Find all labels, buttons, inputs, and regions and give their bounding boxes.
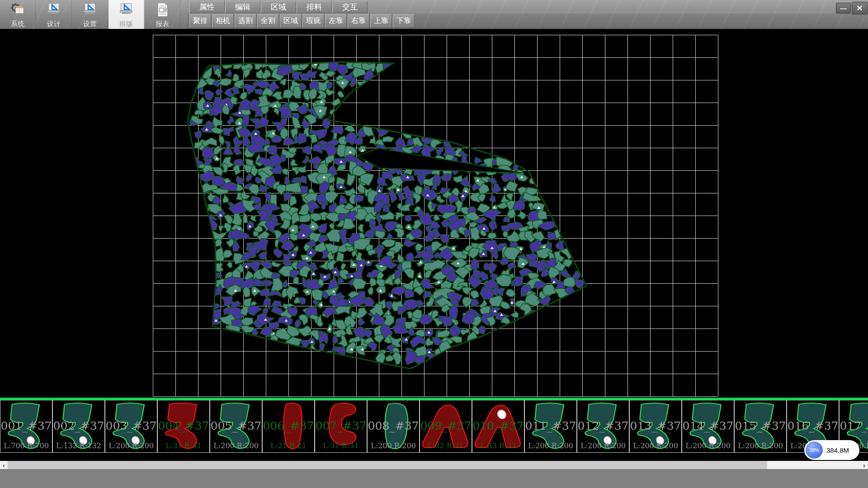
piece-shape	[420, 401, 471, 452]
menu-tab-edit[interactable]: 编辑	[225, 1, 260, 13]
piece-shape	[368, 401, 419, 452]
piece-shape	[735, 401, 786, 452]
minimize-button[interactable]: —	[836, 3, 851, 14]
piece-thumbnail-strip: 001_#37L:700 R:700002_#37L:132 R:132003_…	[0, 398, 868, 461]
main-nav-report[interactable]: 报表	[145, 0, 180, 29]
piece-thumbnail[interactable]: 005_#37L:200 R:200	[210, 400, 262, 453]
nesting-canvas[interactable]	[0, 29, 868, 398]
main-nav-label: 设计	[47, 20, 61, 28]
tool-button-cut-all[interactable]: 全割	[257, 14, 279, 28]
main-nav-design[interactable]: 设计	[36, 0, 72, 29]
top-toolbar: 系统设计设置排版报表 属性编辑区域排料交互 聚排相机选割全割区域瑕疵左靠右靠上靠…	[0, 0, 868, 29]
main-nav-label: 报表	[156, 20, 169, 28]
menu-tab-row: 属性编辑区域排料交互	[189, 1, 368, 13]
main-nav-settings[interactable]: 设置	[72, 0, 108, 29]
tool-button-align-left[interactable]: 左靠	[325, 14, 347, 28]
scrollbar-thumb[interactable]	[8, 461, 767, 469]
piece-shape	[525, 401, 576, 452]
piece-thumbnail[interactable]: 001_#37L:700 R:700	[0, 400, 52, 453]
main-nav-label: 排版	[119, 20, 133, 28]
piece-thumbnail[interactable]: 009_#37L:32 R:31	[420, 400, 472, 453]
menu-tab-interact[interactable]: 交互	[332, 1, 368, 13]
bottom-status-bar	[0, 469, 868, 488]
tool-button-align-bottom[interactable]: 下靠	[393, 14, 415, 28]
piece-thumbnail[interactable]: 007_#37L:31 R:31	[315, 400, 367, 453]
horizontal-scrollbar[interactable]: ‹ ›	[0, 461, 868, 469]
tool-button-camera[interactable]: 相机	[212, 14, 234, 28]
piece-thumbnail[interactable]: 015_#37L:200 R:200	[734, 400, 787, 453]
piece-shape	[263, 401, 314, 452]
settings-ruler-icon	[82, 2, 98, 20]
tool-button-row: 聚排相机选割全割区域瑕疵左靠右靠上靠下靠	[189, 14, 415, 28]
piece-thumbnail[interactable]: 004_#37L:31 R:31	[157, 400, 210, 453]
menu-tab-properties[interactable]: 属性	[189, 1, 225, 13]
piece-thumbnail[interactable]: 008_#37L:200 R:200	[367, 400, 420, 453]
piece-thumbnail[interactable]: 012_#37L:200 R:200	[577, 400, 629, 453]
close-button[interactable]: ✕	[852, 2, 868, 14]
piece-thumbnail[interactable]: 003_#37L:200 R:200	[105, 400, 157, 453]
scroll-left-arrow[interactable]: ‹	[0, 461, 8, 469]
system-gear-icon	[10, 2, 25, 20]
piece-shape	[630, 401, 681, 452]
design-ruler-icon	[46, 2, 61, 20]
piece-shape	[106, 401, 156, 452]
piece-shape	[158, 401, 209, 452]
piece-thumbnail[interactable]: 013_#37L:200 R:200	[629, 400, 682, 453]
tool-button-align-top[interactable]: 上靠	[370, 14, 392, 28]
tool-button-align-right[interactable]: 右靠	[348, 14, 369, 28]
piece-shape	[683, 401, 733, 452]
nesting-ruler-icon	[118, 2, 134, 20]
report-doc-icon	[155, 2, 170, 20]
tool-button-cluster-nest[interactable]: 聚排	[189, 14, 211, 28]
piece-shape	[316, 401, 366, 452]
piece-thumbnail[interactable]: 002_#37L:132 R:132	[52, 400, 105, 453]
tool-button-select-cut[interactable]: 选割	[235, 14, 256, 28]
piece-shape	[211, 401, 261, 452]
piece-thumbnail[interactable]: 006_#37L:21 R:21	[262, 400, 315, 453]
memory-usage-label: 384.8M	[826, 446, 849, 454]
progress-circle: 38%	[806, 441, 823, 459]
main-nav-nesting[interactable]: 排版	[108, 0, 144, 29]
piece-thumbnail[interactable]: 010_#37L:33 R:33	[472, 400, 524, 453]
tool-button-region[interactable]: 区域	[280, 14, 302, 28]
app-window: 系统设计设置排版报表 属性编辑区域排料交互 聚排相机选割全割区域瑕疵左靠右靠上靠…	[0, 0, 868, 488]
menu-tab-region[interactable]: 区域	[261, 1, 296, 13]
piece-shape	[1, 401, 52, 452]
main-nav-label: 系统	[11, 20, 24, 28]
piece-thumbnail[interactable]: 014_#37L:200 R:200	[682, 400, 734, 453]
menu-tab-nest[interactable]: 排料	[297, 1, 332, 13]
memory-status-badge: 38% 384.8M	[804, 440, 859, 460]
piece-shape	[578, 401, 628, 452]
tool-button-defect[interactable]: 瑕疵	[302, 14, 324, 28]
piece-thumbnail[interactable]: 011_#37L:200 R:200	[524, 400, 577, 453]
piece-shape	[53, 401, 104, 452]
main-nav-system[interactable]: 系统	[0, 0, 36, 29]
piece-thumbnail-list: 001_#37L:700 R:700002_#37L:132 R:132003_…	[0, 400, 868, 453]
main-nav-label: 设置	[83, 20, 97, 28]
scroll-right-arrow[interactable]: ›	[860, 461, 868, 469]
piece-shape	[473, 401, 524, 452]
